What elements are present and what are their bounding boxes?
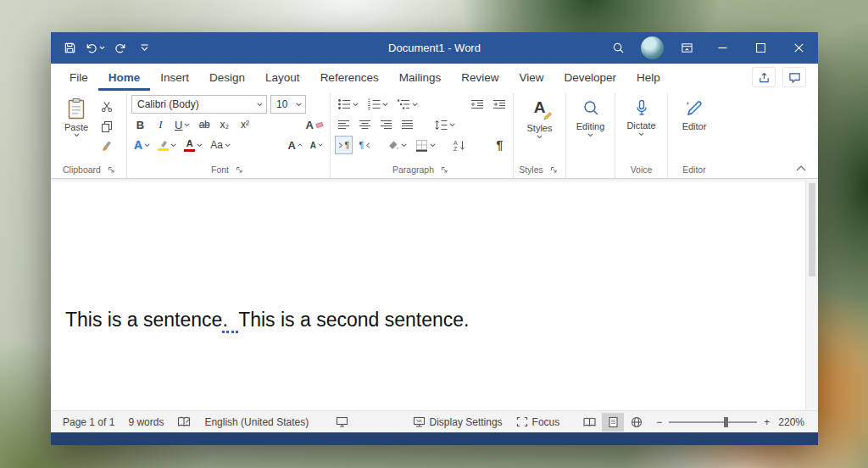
- save-button[interactable]: [58, 36, 81, 61]
- copy-button[interactable]: [97, 119, 115, 134]
- paragraph-dialog-launcher[interactable]: [438, 164, 451, 175]
- font-size-combo[interactable]: 10: [270, 95, 306, 114]
- rtl-direction-button[interactable]: ¶: [356, 136, 374, 154]
- align-center-icon: [359, 120, 371, 131]
- pilcrow-glyph: ¶: [359, 141, 364, 150]
- proofing-status-button[interactable]: [170, 411, 198, 432]
- bullets-button[interactable]: [335, 95, 361, 114]
- tab-file[interactable]: File: [59, 64, 98, 91]
- clear-formatting-button[interactable]: A: [303, 115, 326, 134]
- grow-font-button[interactable]: A: [285, 136, 304, 154]
- tab-layout[interactable]: Layout: [255, 64, 310, 91]
- increase-indent-icon: [492, 99, 506, 110]
- format-painter-button[interactable]: [97, 138, 115, 153]
- zoom-slider[interactable]: [669, 414, 757, 431]
- subscript-button[interactable]: x₂: [215, 115, 233, 134]
- print-layout-button[interactable]: [602, 413, 624, 432]
- tab-design[interactable]: Design: [199, 64, 255, 91]
- tab-insert[interactable]: Insert: [150, 64, 199, 91]
- scrollbar-thumb[interactable]: [809, 183, 815, 276]
- increase-indent-button[interactable]: [490, 95, 509, 114]
- dictate-button[interactable]: Dictate: [620, 95, 663, 136]
- sort-button[interactable]: AZ: [450, 136, 469, 154]
- superscript-button[interactable]: x²: [236, 115, 253, 134]
- shrink-font-button[interactable]: A: [308, 136, 326, 154]
- ltr-direction-button[interactable]: ¶: [335, 136, 353, 154]
- cut-button[interactable]: [97, 99, 115, 114]
- language-indicator[interactable]: English (United States): [198, 411, 315, 432]
- strikethrough-button[interactable]: ab: [195, 115, 213, 134]
- minimize-button[interactable]: [704, 32, 742, 64]
- maximize-button[interactable]: [742, 32, 780, 64]
- zoom-in-button[interactable]: +: [760, 411, 773, 432]
- font-color-button[interactable]: A: [181, 136, 205, 154]
- macro-record-button[interactable]: [329, 411, 355, 432]
- redo-button[interactable]: [108, 36, 132, 61]
- grammar-marked-text[interactable]: .: [222, 309, 238, 333]
- comments-button[interactable]: [782, 67, 806, 87]
- tab-references[interactable]: References: [310, 64, 389, 91]
- borders-button[interactable]: [413, 136, 438, 154]
- tab-review[interactable]: Review: [451, 64, 509, 91]
- multilevel-list-button[interactable]: [394, 95, 420, 114]
- web-layout-button[interactable]: [626, 413, 648, 432]
- shading-button[interactable]: [384, 136, 409, 154]
- display-settings-button[interactable]: Display Settings: [406, 411, 509, 432]
- font-name-combo[interactable]: Calibri (Body): [131, 95, 267, 114]
- customize-qat-button[interactable]: [132, 36, 156, 61]
- share-button[interactable]: [752, 67, 776, 87]
- page-indicator[interactable]: Page 1 of 1: [56, 411, 121, 432]
- document-canvas[interactable]: This is a sentence. This is a second sen…: [51, 179, 818, 410]
- tab-view[interactable]: View: [509, 64, 554, 91]
- ribbon-home: Paste Clipboard: [51, 91, 818, 179]
- focus-mode-button[interactable]: Focus: [509, 411, 567, 432]
- change-case-button[interactable]: Aa: [208, 136, 233, 154]
- sentence-part1: This is a sentence: [65, 309, 222, 331]
- tab-developer[interactable]: Developer: [554, 64, 627, 91]
- editor-button[interactable]: Editor: [672, 95, 716, 131]
- align-right-button[interactable]: [377, 115, 395, 134]
- underline-button[interactable]: U: [172, 115, 192, 134]
- font-name-value: Calibri (Body): [137, 98, 253, 110]
- justify-button[interactable]: [398, 115, 416, 134]
- paste-label: Paste: [64, 122, 88, 132]
- align-center-button[interactable]: [356, 115, 374, 134]
- editing-button[interactable]: Editing: [570, 95, 610, 137]
- comments-icon: [788, 71, 801, 84]
- read-mode-button[interactable]: [578, 413, 600, 432]
- account-avatar[interactable]: [641, 36, 664, 59]
- italic-button[interactable]: I: [152, 115, 170, 134]
- clipboard-dialog-launcher[interactable]: [105, 164, 118, 175]
- arrow-left-icon: [365, 142, 370, 148]
- zoom-thumb[interactable]: [724, 417, 728, 427]
- decrease-indent-button[interactable]: [468, 95, 487, 114]
- dictate-label: Dictate: [626, 120, 655, 131]
- show-hide-marks-button[interactable]: ¶: [491, 136, 509, 154]
- align-left-button[interactable]: [335, 115, 353, 134]
- paste-button[interactable]: Paste: [58, 95, 94, 153]
- highlight-button[interactable]: [155, 136, 179, 154]
- search-button[interactable]: [601, 32, 635, 64]
- zoom-out-button[interactable]: −: [648, 411, 665, 432]
- tab-mailings[interactable]: Mailings: [389, 64, 452, 91]
- numbering-button[interactable]: [364, 95, 391, 114]
- view-switcher: [578, 413, 648, 432]
- text-effects-button[interactable]: A: [131, 136, 153, 154]
- styles-button[interactable]: A Styles: [518, 95, 561, 139]
- undo-button[interactable]: [81, 36, 108, 61]
- close-button[interactable]: [780, 32, 818, 64]
- vertical-scrollbar[interactable]: [805, 179, 818, 410]
- document-text[interactable]: This is a sentence. This is a second sen…: [65, 309, 469, 332]
- line-spacing-button[interactable]: [431, 115, 458, 134]
- styles-dialog-launcher[interactable]: [548, 164, 560, 175]
- ribbon-display-options-button[interactable]: [670, 32, 704, 64]
- font-dialog-launcher[interactable]: [233, 164, 246, 175]
- word-count[interactable]: 9 words: [121, 411, 170, 432]
- tab-help[interactable]: Help: [626, 64, 670, 91]
- collapse-ribbon-button[interactable]: [793, 162, 810, 174]
- tab-home[interactable]: Home: [98, 64, 151, 91]
- bold-button[interactable]: B: [131, 115, 149, 134]
- chevron-down-icon: [430, 143, 436, 148]
- zoom-level-button[interactable]: 220%: [773, 411, 813, 432]
- shading-icon: [387, 139, 399, 151]
